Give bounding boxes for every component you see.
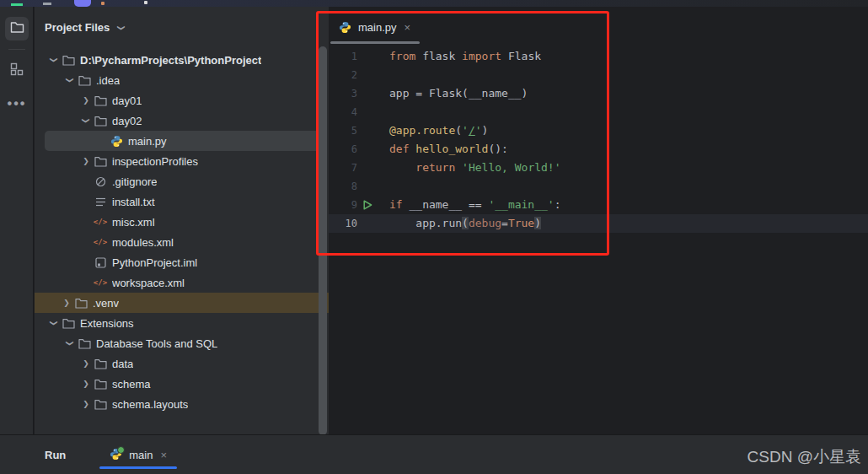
code-text: def hello_world(): [389,140,508,159]
tab-label: main.py [358,21,397,34]
project-view-selector[interactable]: Project Files ❯ [45,21,127,34]
tree-item-install-txt[interactable]: ❯install.txt [45,191,326,212]
running-indicator-dot [117,446,125,454]
more-tool-windows-button[interactable]: ••• [5,92,29,116]
titlebar-dot-icon [101,2,104,5]
tree-item-label: misc.xml [112,216,155,229]
line-number[interactable]: 7 [329,159,357,177]
structure-tool-button[interactable] [5,59,29,83]
tree-item--gitignore[interactable]: ❯.gitignore [45,171,326,191]
chevron-collapsed-icon[interactable]: ❯ [80,157,92,165]
tree-item-day02[interactable]: ❯day02 [45,110,326,131]
run-tab-main[interactable]: main × [99,435,177,474]
tree-item-schema[interactable]: ❯schema [45,374,326,394]
folder-icon [92,114,109,127]
folder-icon [92,377,109,391]
line-number[interactable]: 9 [329,196,357,214]
code-text: return 'Hello, World!' [389,159,561,177]
left-tool-window-bar: ••• [0,7,34,434]
xml-icon: </> [92,276,109,289]
code-line-4[interactable]: 4 [329,103,868,121]
line-number[interactable]: 3 [329,84,357,103]
project-tool-button[interactable] [5,17,29,40]
more-icon: ••• [8,96,27,111]
chevron-collapsed-icon[interactable]: ❯ [80,96,92,105]
chevron-collapsed-icon[interactable]: ❯ [80,400,92,408]
tree-item--idea[interactable]: ❯.idea [45,70,326,90]
tree-item-schema-layouts[interactable]: ❯schema.layouts [45,394,326,414]
folder-icon [60,53,77,67]
line-number[interactable]: 4 [329,103,357,121]
tree-item-label: PythonProject.iml [112,256,197,269]
tree-item-label: .idea [96,74,120,87]
tree-item-label: .venv [93,297,119,310]
chevron-expanded-icon[interactable]: ❯ [50,54,58,66]
run-panel-title[interactable]: Run [45,449,66,461]
run-tab-label: main [129,449,153,461]
tree-item-main-py[interactable]: ❯main.py [45,131,326,151]
tree-item-label: day01 [112,94,142,107]
chevron-collapsed-icon[interactable]: ❯ [80,359,92,368]
tree-item-pythonproject-iml[interactable]: ❯PythonProject.iml [45,252,326,272]
xml-icon: </> [92,235,109,249]
code-line-6[interactable]: 6def hello_world(): [329,140,868,159]
tree-item-day01[interactable]: ❯day01 [45,90,326,110]
line-number[interactable]: 1 [329,47,357,66]
folder-icon [92,154,109,168]
chevron-collapsed-icon[interactable]: ❯ [80,380,92,388]
code-text: from flask import Flask [389,47,541,66]
code-line-10[interactable]: 10 app.run(debug=True) [329,214,868,233]
code-line-3[interactable]: 3app = Flask(__name__) [329,84,868,103]
code-line-9[interactable]: 9if __name__ == '__main__': [329,196,868,214]
text-icon [92,195,109,208]
tree-item-label: .gitignore [112,175,157,188]
chevron-expanded-icon[interactable]: ❯ [66,337,74,349]
app-icon-partial [74,0,91,7]
titlebar-green-accent [11,3,23,6]
close-icon[interactable]: × [405,21,411,34]
folder-icon [72,296,89,310]
chevron-expanded-icon[interactable]: ❯ [82,115,90,127]
code-line-1[interactable]: 1from flask import Flask [329,47,868,66]
editor-area[interactable]: main.py × 1from flask import Flask23app … [329,7,868,434]
close-icon[interactable]: × [160,449,167,461]
tree-item-database-tools-and-sql[interactable]: ❯Database Tools and SQL [45,333,326,353]
folder-icon [92,357,109,370]
line-number[interactable]: 5 [329,121,357,140]
tree-item--venv[interactable]: ❯.venv [35,293,329,313]
code-line-8[interactable]: 8 [329,177,868,196]
code-line-2[interactable]: 2 [329,66,868,84]
structure-icon [10,62,24,79]
tab-main-py[interactable]: main.py × [330,11,420,44]
tree-item-label: schema.layouts [112,398,188,411]
toolstrip-divider [8,49,25,50]
tab-selected-underline [330,41,420,44]
chevron-expanded-icon[interactable]: ❯ [50,317,58,329]
tree-item-workspace-xml[interactable]: ❯</>workspace.xml [45,272,326,293]
line-number[interactable]: 2 [329,66,357,84]
project-scrollbar-thumb[interactable] [319,46,327,434]
tree-item-extensions[interactable]: ❯Extensions [45,313,326,333]
watermark: CSDN @小星袁 [747,446,861,468]
tree-item-modules-xml[interactable]: ❯</>modules.xml [45,232,326,252]
run-line-icon[interactable] [359,200,376,210]
code-line-5[interactable]: 5@app.route('/') [329,121,868,140]
ignored-icon [92,175,109,188]
code-line-7[interactable]: 7 return 'Hello, World!' [329,159,868,177]
python-icon [339,21,352,35]
chevron-expanded-icon[interactable]: ❯ [66,74,74,86]
tree-item-d-pycharmprojects-pythonproject[interactable]: ❯D:\PycharmProjects\PythonProject [45,50,326,70]
line-number[interactable]: 6 [329,140,357,159]
iml-icon [92,256,109,269]
titlebar-gray-accent [43,3,51,5]
titlebar-dot-icon [144,1,147,4]
line-number[interactable]: 8 [329,177,357,196]
tree-item-label: modules.xml [112,236,174,249]
code-area[interactable]: 1from flask import Flask23app = Flask(__… [329,47,868,233]
tree-item-inspectionprofiles[interactable]: ❯inspectionProfiles [45,151,326,171]
line-number[interactable]: 10 [329,214,357,233]
tree-item-label: D:\PycharmProjects\PythonProject [80,54,261,67]
chevron-collapsed-icon[interactable]: ❯ [61,299,72,307]
tree-item-misc-xml[interactable]: ❯</>misc.xml [45,212,326,232]
tree-item-data[interactable]: ❯data [45,353,326,374]
